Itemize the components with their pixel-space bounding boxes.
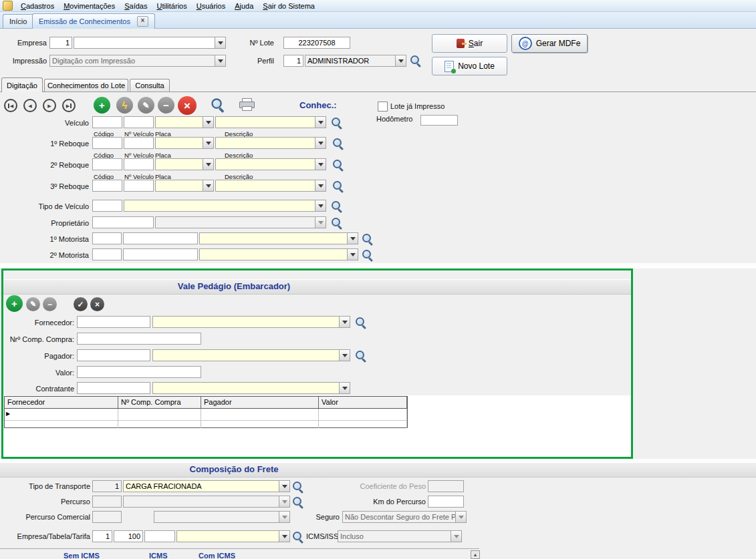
veiculo-placa-combo[interactable] xyxy=(155,116,214,128)
vale-add-button[interactable]: + xyxy=(6,295,23,312)
motorista2-codigo-input[interactable] xyxy=(92,248,122,260)
tipo-veiculo-codigo-input[interactable] xyxy=(92,200,122,212)
empresa-code-input[interactable]: 1 xyxy=(49,37,72,49)
tipo-transporte-search-icon[interactable] xyxy=(293,482,304,493)
motorista1-combo[interactable] xyxy=(199,232,358,244)
hodometro-input[interactable] xyxy=(420,115,458,126)
contratante-combo[interactable] xyxy=(152,382,350,394)
edit-record-button[interactable]: ✎ xyxy=(138,97,154,114)
impressao-combo[interactable]: Digitação com Impressão xyxy=(49,55,226,67)
tipo-transporte-code-input[interactable]: 1 xyxy=(92,480,122,492)
proprietario-codigo-input[interactable] xyxy=(92,216,154,228)
reboque2-numero-input[interactable] xyxy=(124,158,154,170)
post-record-button[interactable]: ϟ xyxy=(116,97,133,114)
nav-last-button[interactable]: ▶ xyxy=(62,99,76,112)
tarifa-codigo-input[interactable] xyxy=(144,530,175,542)
nav-first-button[interactable]: ◀ xyxy=(4,99,17,112)
tipo-transporte-combo[interactable]: CARGA FRACIONADA xyxy=(123,480,290,492)
reboque2-placa-combo[interactable] xyxy=(155,158,214,170)
menu-ajuda[interactable]: Ajuda xyxy=(230,0,258,12)
search-conhecimento-icon[interactable] xyxy=(211,98,225,112)
subtab-digitacao[interactable]: Digitação xyxy=(1,77,43,92)
motorista1-doc-input[interactable] xyxy=(123,232,198,244)
menu-movimentacoes[interactable]: Movimentações xyxy=(59,0,120,12)
nav-next-button[interactable]: ▶ xyxy=(43,99,56,112)
vale-delete-button[interactable]: − xyxy=(43,297,57,311)
tarifa-combo[interactable] xyxy=(176,530,290,542)
nav-prev-button[interactable]: ◀ xyxy=(23,99,37,112)
reboque2-codigo-input[interactable] xyxy=(92,158,122,170)
vale-pedagio-grid[interactable]: Fornecedor Nº Comp. Compra Pagador Valor… xyxy=(4,396,408,428)
tab-com-icms[interactable]: Com ICMS xyxy=(199,552,235,559)
motorista1-search-icon[interactable] xyxy=(362,234,374,245)
delete-record-button[interactable]: − xyxy=(158,97,174,114)
proprietario-search-icon[interactable] xyxy=(332,218,343,229)
veiculo-descricao-combo[interactable] xyxy=(215,116,326,128)
reboque1-search-icon[interactable] xyxy=(333,138,344,150)
lote-ja-impresso-checkbox[interactable] xyxy=(378,102,388,112)
reboque1-placa-combo[interactable] xyxy=(155,137,214,149)
pagador-combo[interactable] xyxy=(152,349,350,361)
percurso-search-icon[interactable] xyxy=(293,497,304,508)
lote-input[interactable]: 223207508 xyxy=(283,37,350,49)
menu-usuarios[interactable]: Usuários xyxy=(192,0,230,12)
fornecedor-search-icon[interactable] xyxy=(356,317,367,329)
perfil-search-icon[interactable] xyxy=(410,55,422,67)
reboque2-search-icon[interactable] xyxy=(333,160,344,171)
tab-icms[interactable]: ICMS xyxy=(149,552,168,559)
pagador-search-icon[interactable] xyxy=(356,351,367,362)
perfil-combo[interactable]: ADMINISTRADOR xyxy=(305,55,406,67)
tarifa-tabela-input[interactable]: 100 xyxy=(114,530,143,542)
reboque1-descricao-combo[interactable] xyxy=(215,137,326,149)
percurso-code-input[interactable] xyxy=(92,496,122,508)
valor-input[interactable] xyxy=(77,366,201,378)
veiculo-codigo-input[interactable] xyxy=(92,116,122,128)
motorista1-codigo-input[interactable] xyxy=(92,232,122,244)
pagador-codigo-input[interactable] xyxy=(77,349,150,361)
close-tab-icon[interactable]: × xyxy=(137,16,148,27)
menu-utilitarios[interactable]: Utilitários xyxy=(152,0,191,12)
sair-button[interactable]: Sair xyxy=(432,34,507,53)
menu-cadastros[interactable]: Cadastros xyxy=(16,0,59,12)
vale-cancel-button[interactable]: × xyxy=(90,297,104,311)
comp-compra-input[interactable] xyxy=(77,333,201,345)
menu-sair-do-sistema[interactable]: Sair do Sistema xyxy=(258,0,320,12)
motorista2-combo[interactable] xyxy=(199,248,358,260)
motorista2-search-icon[interactable] xyxy=(362,250,374,261)
add-record-button[interactable]: + xyxy=(94,97,110,114)
reboque2-descricao-combo[interactable] xyxy=(215,158,326,170)
scroll-up-button[interactable]: ▲ xyxy=(471,550,480,559)
cancel-record-button[interactable]: × xyxy=(178,96,197,115)
tarifa-search-icon[interactable] xyxy=(293,532,304,543)
tab-emissao-conhecimentos[interactable]: Emissão de Conhecimentos × xyxy=(32,13,155,29)
novo-lote-button[interactable]: Novo Lote xyxy=(432,57,507,75)
reboque3-search-icon[interactable] xyxy=(333,181,344,192)
empresa-combo[interactable] xyxy=(74,37,226,49)
tipo-veiculo-search-icon[interactable] xyxy=(332,201,343,212)
print-icon[interactable] xyxy=(239,98,254,110)
tipo-veiculo-combo[interactable] xyxy=(124,200,326,212)
veiculo-search-icon[interactable] xyxy=(332,118,343,129)
menu-saidas[interactable]: Saídas xyxy=(120,0,152,12)
vale-confirm-button[interactable]: ✓ xyxy=(74,297,88,311)
reboque3-descricao-combo[interactable] xyxy=(215,180,326,192)
tab-inicio[interactable]: Início xyxy=(3,14,33,28)
motorista2-doc-input[interactable] xyxy=(123,248,198,260)
reboque3-placa-combo[interactable] xyxy=(155,180,214,192)
tarifa-empresa-input[interactable]: 1 xyxy=(92,530,112,542)
reboque1-codigo-input[interactable] xyxy=(92,137,122,149)
subtab-consulta[interactable]: Consulta xyxy=(130,79,170,91)
gerar-mdfe-button[interactable]: @ Gerar MDFe xyxy=(511,34,588,53)
contratante-codigo-input[interactable] xyxy=(77,382,150,394)
fornecedor-combo[interactable] xyxy=(152,316,350,328)
vale-edit-button[interactable]: ✎ xyxy=(26,297,40,311)
tab-sem-icms[interactable]: Sem ICMS xyxy=(64,552,100,559)
reboque3-codigo-input[interactable] xyxy=(92,180,122,192)
percurso-comercial-code-input[interactable] xyxy=(92,511,122,523)
subtab-conhecimentos-do-lote[interactable]: Conhecimentos do Lote xyxy=(44,79,128,91)
reboque1-numero-input[interactable] xyxy=(124,137,154,149)
perfil-code-input[interactable]: 1 xyxy=(283,55,303,67)
fornecedor-codigo-input[interactable] xyxy=(77,316,150,328)
km-percurso-input[interactable] xyxy=(428,496,464,508)
veiculo-numero-input[interactable] xyxy=(124,116,154,128)
